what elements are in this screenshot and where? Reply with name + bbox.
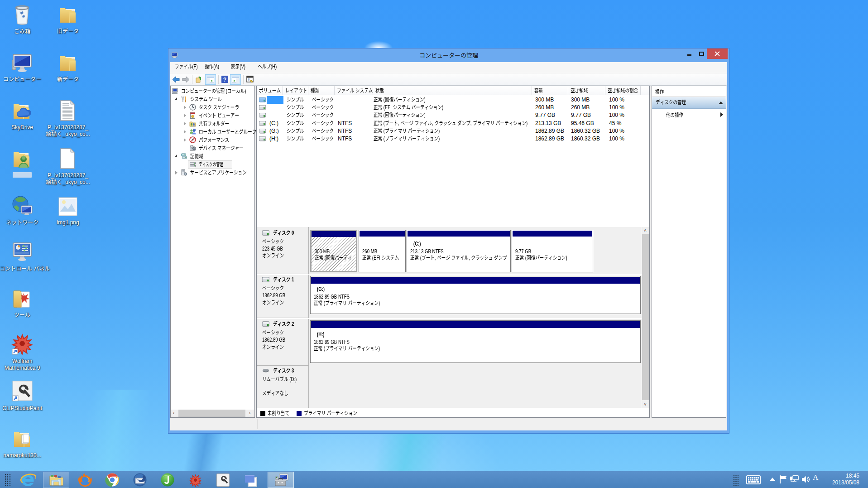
svg-text:?: ? [223,77,226,83]
